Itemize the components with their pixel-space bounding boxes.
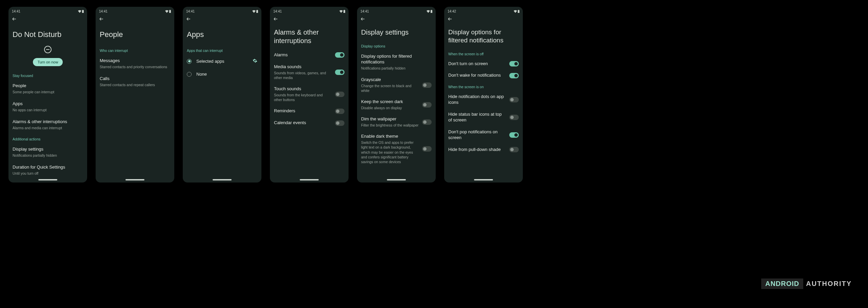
wifi-icon (252, 10, 256, 13)
wifi-icon (514, 10, 517, 13)
battery-icon (256, 10, 258, 13)
toggle-switch[interactable] (422, 146, 432, 152)
wifi-icon (78, 10, 81, 13)
nav-bar[interactable] (125, 179, 144, 180)
watermark-site: AUTHORITY (806, 278, 852, 289)
toggle-dark-theme[interactable]: Enable dark theme Switch the OS and apps… (361, 131, 432, 167)
arrow-left-icon (360, 17, 365, 21)
turn-on-button[interactable]: Turn on now (33, 58, 63, 66)
toggle-switch[interactable] (422, 82, 432, 88)
toggle-switch[interactable] (335, 52, 344, 58)
svg-rect-8 (431, 10, 432, 13)
toggle-reminders[interactable]: Reminders (274, 105, 344, 117)
back-button[interactable] (357, 15, 436, 23)
toggle-switch[interactable] (509, 115, 519, 120)
toggle-calendar[interactable]: Calendar events (274, 117, 344, 129)
arrow-left-icon (448, 17, 452, 21)
svg-rect-9 (431, 10, 432, 10)
arrow-left-icon (12, 17, 17, 21)
svg-rect-10 (518, 10, 519, 13)
toggle-media[interactable]: Media sounds Sounds from videos, games, … (274, 61, 344, 83)
status-bar: 14:41 (96, 7, 174, 15)
toggle-switch[interactable] (422, 102, 432, 108)
page-title: Do Not Disturb (13, 23, 83, 45)
item-dofn[interactable]: Display options for filtered notificatio… (361, 50, 432, 74)
watermark: ANDROID AUTHORITY (761, 278, 852, 289)
toggle-dont-wake[interactable]: Don't wake for notifications (448, 70, 519, 81)
toggle-dont-pop[interactable]: Don't pop notifications on screen (448, 126, 519, 144)
page-title: Apps (187, 23, 257, 45)
svg-rect-11 (518, 10, 519, 10)
nav-bar[interactable] (387, 179, 406, 180)
battery-icon (82, 10, 84, 13)
toggle-dont-turn-on[interactable]: Don't turn on screen (448, 58, 519, 70)
svg-rect-0 (82, 10, 84, 13)
section-apps-interrupt: Apps that can interrupt (187, 45, 257, 55)
toggle-switch[interactable] (422, 119, 432, 125)
back-button[interactable] (444, 15, 523, 23)
screen-dnd: 14:41 Do Not Disturb Turn on now Stay fo… (8, 7, 87, 182)
item-apps[interactable]: Apps No apps can interrupt (13, 98, 83, 116)
back-button[interactable] (183, 15, 261, 23)
toggle-hide-statusbar[interactable]: Hide status bar icons at top of screen (448, 109, 519, 126)
toggle-switch[interactable] (335, 109, 344, 114)
status-bar: 14:41 (183, 7, 261, 15)
item-duration[interactable]: Duration for Quick Settings Until you tu… (13, 161, 83, 177)
toggle-switch[interactable] (335, 120, 344, 126)
toggle-dim-wallpaper[interactable]: Dim the wallpaper Filter the brightness … (361, 113, 432, 131)
nav-bar[interactable] (38, 179, 57, 180)
toggle-switch[interactable] (509, 97, 519, 102)
radio-icon (187, 72, 192, 77)
svg-rect-4 (256, 10, 258, 13)
nav-bar[interactable] (300, 179, 319, 180)
toggle-switch[interactable] (509, 147, 519, 152)
gear-icon[interactable] (253, 58, 257, 64)
section-stay-focused: Stay focused (13, 70, 83, 80)
battery-icon (518, 10, 519, 13)
back-button[interactable] (96, 15, 174, 23)
item-people[interactable]: People Some people can interrupt (13, 80, 83, 98)
item-calls[interactable]: Calls Starred contacts and repeat caller… (100, 73, 170, 91)
toggle-alarms[interactable]: Alarms (274, 49, 344, 61)
back-button[interactable] (270, 15, 349, 23)
svg-rect-5 (257, 10, 258, 10)
item-alarms[interactable]: Alarms & other interruptions Alarms and … (13, 116, 83, 134)
section-screen-on: When the screen is on (448, 81, 519, 91)
radio-none[interactable]: None (187, 68, 257, 80)
section-display-options: Display options (361, 41, 432, 50)
battery-icon (343, 10, 345, 13)
nav-bar[interactable] (474, 179, 493, 180)
status-icons (78, 10, 84, 13)
radio-icon (187, 59, 192, 64)
status-icons (427, 10, 432, 13)
toggle-switch[interactable] (335, 70, 344, 75)
screen-alarms: 14:41 Alarms & other interruptions Alarm… (270, 7, 349, 182)
toggle-switch[interactable] (509, 61, 519, 66)
toggle-switch[interactable] (509, 73, 519, 78)
toggle-hide-shade[interactable]: Hide from pull-down shade (448, 144, 519, 156)
wifi-icon (165, 10, 169, 13)
toggle-touch[interactable]: Touch sounds Sounds from the keyboard an… (274, 83, 344, 105)
item-messages[interactable]: Messages Starred contacts and priority c… (100, 55, 170, 73)
back-button[interactable] (8, 15, 87, 23)
screen-display-settings: 14:41 Display settings Display options D… (357, 7, 436, 182)
status-bar: 14:41 (357, 7, 436, 15)
item-display-settings[interactable]: Display settings Notifications partially… (13, 143, 83, 161)
toggle-switch[interactable] (509, 132, 519, 138)
status-bar: 14:41 (8, 7, 87, 15)
page-title: Display options for filtered notificatio… (448, 23, 519, 49)
screen-apps: 14:41 Apps Apps that can interrupt Selec… (183, 7, 261, 182)
wifi-icon (427, 10, 430, 13)
toggle-switch[interactable] (335, 92, 344, 97)
toggle-keep-dark[interactable]: Keep the screen dark Disable always on d… (361, 96, 432, 113)
radio-selected-apps[interactable]: Selected apps (187, 55, 257, 68)
section-additional: Additional actions (13, 134, 83, 143)
nav-bar[interactable] (213, 179, 232, 180)
page-title: Display settings (361, 23, 432, 41)
battery-icon (431, 10, 432, 13)
screen-people: 14:41 People Who can interrupt Messages … (96, 7, 174, 182)
watermark-brand: ANDROID (761, 278, 803, 289)
toggle-hide-dots[interactable]: Hide notification dots on app icons (448, 91, 519, 109)
status-icons (165, 10, 171, 13)
toggle-grayscale[interactable]: Grayscale Change the screen to black and… (361, 74, 432, 96)
